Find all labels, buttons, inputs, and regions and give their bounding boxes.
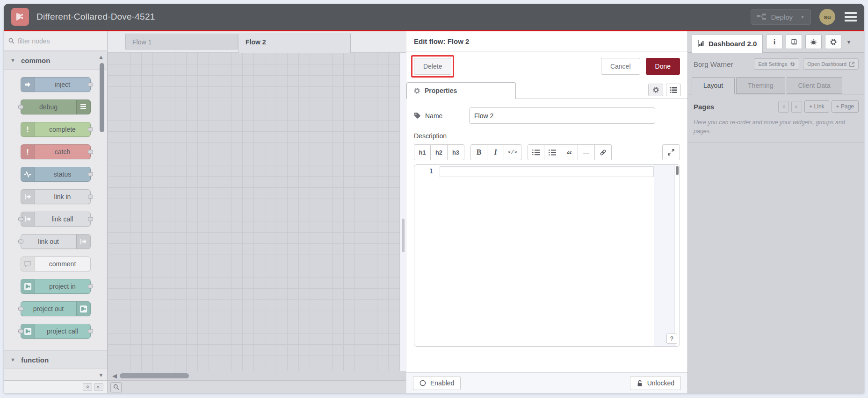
heading1-button[interactable]: h1 bbox=[414, 144, 431, 160]
bold-button[interactable]: B bbox=[470, 144, 487, 160]
editor-help-button[interactable]: ? bbox=[666, 334, 677, 344]
right-sidebar: Dashboard 2.0 i ▼ Borg Warner bbox=[687, 31, 864, 393]
cancel-button[interactable]: Cancel bbox=[601, 58, 640, 75]
markdown-toolbar: h1 h2 h3 B I </> bbox=[414, 144, 680, 160]
flow-canvas[interactable] bbox=[108, 53, 406, 371]
canvas-horizontal-scrollbar[interactable]: ◀ bbox=[108, 371, 406, 380]
tab-layout[interactable]: Layout bbox=[692, 77, 735, 94]
pages-header: Pages » » + Link + Page bbox=[688, 94, 864, 114]
node-palette: ▼ common injectdebug!complete!catchstatu… bbox=[4, 31, 108, 393]
code-button[interactable]: </> bbox=[504, 144, 521, 160]
palette-node-inject[interactable]: inject bbox=[21, 77, 91, 92]
editor-line-number: 1 bbox=[414, 165, 440, 346]
palette-node-project-call[interactable]: project call bbox=[21, 324, 91, 339]
move-down-button[interactable]: » bbox=[791, 101, 802, 113]
add-link-button[interactable]: + Link bbox=[804, 100, 829, 113]
info-tab-button[interactable]: i bbox=[766, 35, 782, 49]
palette-node-project-out[interactable]: project out bbox=[21, 301, 91, 316]
expand-editor-button[interactable] bbox=[662, 144, 680, 160]
editor-active-line bbox=[440, 166, 654, 177]
node-icon-strip bbox=[21, 279, 35, 293]
node-label: link in bbox=[35, 190, 90, 204]
palette-node-complete[interactable]: !complete bbox=[21, 122, 91, 137]
move-up-button[interactable]: » bbox=[778, 101, 789, 113]
palette-node-debug[interactable]: debug bbox=[21, 100, 91, 114]
palette-collapse-all-button[interactable]: » bbox=[83, 383, 92, 391]
description-editor[interactable]: 1 ? bbox=[414, 164, 680, 347]
palette-node-project-in[interactable]: project in bbox=[21, 279, 91, 294]
debug-lines-icon bbox=[80, 104, 87, 110]
palette-expand-all-button[interactable]: » bbox=[94, 383, 103, 391]
italic-button[interactable]: I bbox=[487, 144, 504, 160]
open-dashboard-button[interactable]: Open Dashboard bbox=[803, 58, 859, 70]
tab-properties[interactable]: Properties bbox=[406, 82, 516, 99]
deploy-button[interactable]: Deploy ▼ bbox=[751, 9, 811, 25]
deploy-dropdown-caret[interactable]: ▼ bbox=[800, 14, 805, 20]
palette-scrollbar[interactable] bbox=[100, 63, 104, 132]
palette-node-link-call[interactable]: link call bbox=[21, 212, 91, 227]
filter-nodes-input[interactable] bbox=[18, 37, 88, 45]
edit-properties-button[interactable] bbox=[648, 84, 663, 96]
tab-client-data[interactable]: Client Data bbox=[787, 77, 842, 94]
flow-tabbar: Flow 1 Flow 2 bbox=[108, 31, 406, 53]
palette-category-common-body: injectdebug!complete!catchstatuslink inl… bbox=[4, 70, 107, 351]
canvas-zoom-button[interactable] bbox=[110, 382, 122, 392]
blockquote-button[interactable]: “ bbox=[561, 144, 578, 160]
edit-settings-button[interactable]: Edit Settings bbox=[754, 58, 799, 70]
flow-enabled-toggle[interactable]: Enabled bbox=[413, 376, 461, 390]
help-tab-button[interactable] bbox=[786, 35, 802, 49]
add-page-button[interactable]: + Page bbox=[832, 100, 859, 113]
editor-text-area[interactable] bbox=[440, 165, 654, 346]
tab-flow-2[interactable]: Flow 2 bbox=[239, 34, 351, 53]
palette-search[interactable] bbox=[4, 31, 107, 51]
edit-flow-dialog: Edit flow: Flow 2 Delete Cancel Done Pro… bbox=[406, 31, 687, 393]
tab-dashboard-2[interactable]: Dashboard 2.0 bbox=[692, 34, 763, 53]
palette-scroll-down-icon[interactable]: ▼ bbox=[98, 372, 104, 378]
heading3-button[interactable]: h3 bbox=[448, 144, 464, 160]
palette-node-link-out[interactable]: link out bbox=[21, 234, 91, 249]
palette-category-common[interactable]: ▼ common bbox=[4, 51, 107, 70]
canvas-vertical-scrollbar[interactable] bbox=[400, 53, 406, 371]
flow-name-input[interactable] bbox=[469, 107, 655, 124]
palette-node-link-in[interactable]: link in bbox=[21, 189, 91, 204]
editor-scrollbar[interactable] bbox=[674, 165, 680, 346]
node-input-port bbox=[18, 105, 23, 109]
main-menu-icon[interactable] bbox=[844, 10, 858, 23]
description-list-button[interactable] bbox=[666, 84, 681, 96]
tab-flow-1[interactable]: Flow 1 bbox=[125, 34, 238, 50]
debug-tab-button[interactable] bbox=[805, 35, 822, 49]
horizontal-rule-button[interactable]: — bbox=[578, 144, 595, 160]
circle-icon bbox=[420, 380, 426, 386]
settings-tab-button[interactable] bbox=[825, 35, 841, 49]
hscroll-thumb[interactable] bbox=[120, 373, 189, 378]
node-output-port bbox=[88, 128, 93, 132]
pages-help-text: Here you can re-order and move your widg… bbox=[688, 114, 864, 143]
instance-title: Different-Collared-Dove-4521 bbox=[36, 12, 155, 22]
flow-lock-toggle[interactable]: Unlocked bbox=[630, 376, 681, 390]
done-button[interactable]: Done bbox=[646, 58, 680, 75]
unordered-list-button[interactable] bbox=[544, 144, 561, 160]
dialog-title: Edit flow: Flow 2 bbox=[406, 31, 687, 52]
gear-icon bbox=[413, 87, 420, 94]
node-label: link call bbox=[35, 212, 90, 226]
unordered-list-icon bbox=[549, 149, 556, 156]
palette-list: ▼ common injectdebug!complete!catchstatu… bbox=[4, 51, 107, 380]
delete-button[interactable]: Delete bbox=[414, 58, 451, 75]
node-icon-strip: ! bbox=[21, 145, 35, 159]
palette-category-function[interactable]: ▼ function bbox=[4, 350, 107, 369]
tab-theming[interactable]: Theming bbox=[736, 77, 785, 94]
user-avatar[interactable]: su bbox=[819, 9, 835, 25]
sidebar-menu-caret[interactable]: ▼ bbox=[846, 39, 851, 45]
link-button[interactable] bbox=[595, 144, 612, 160]
scroll-left-icon[interactable]: ◀ bbox=[112, 372, 117, 379]
palette-node-comment[interactable]: comment bbox=[21, 256, 91, 271]
palette-node-status[interactable]: status bbox=[21, 167, 91, 182]
dashboard-project-name: Borg Warner bbox=[694, 60, 750, 68]
palette-scroll-up-icon[interactable]: ▲ bbox=[98, 54, 104, 60]
heading2-button[interactable]: h2 bbox=[431, 144, 448, 160]
palette-node-catch[interactable]: !catch bbox=[21, 144, 91, 159]
workspace: Flow 1 Flow 2 ◀ bbox=[108, 31, 406, 393]
node-output-port bbox=[88, 329, 93, 334]
sidebar-header: Dashboard 2.0 i ▼ bbox=[688, 31, 864, 53]
ordered-list-button[interactable] bbox=[528, 144, 544, 160]
